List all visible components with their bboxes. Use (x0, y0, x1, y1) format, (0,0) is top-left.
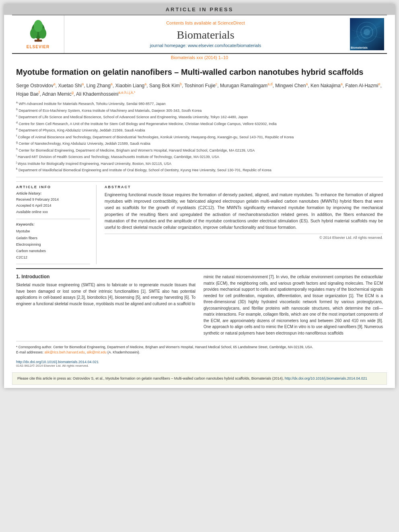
email-link-2[interactable]: alik@mit.edu (86, 350, 106, 354)
affil-c: c Department of Life Science and Medical… (16, 114, 383, 120)
aip-banner: ARTICLE IN PRESS (4, 4, 395, 15)
article-info-heading: ARTICLE INFO (16, 185, 90, 189)
doi-anchor[interactable]: http://dx.doi.org/10.1016/j.biomaterials… (16, 360, 99, 364)
citation-doi[interactable]: http://dx.doi.org/10.1016/j.biomaterials… (285, 376, 367, 380)
article-meta-row: Biomaterials xxx (2014) 1–10 (12, 54, 387, 61)
authors-text: Serge Ostrovidova, Xuetao Shia, Ling Zha… (16, 83, 382, 97)
info-abstract-section: ARTICLE INFO Article history: Received 9… (16, 181, 383, 264)
article-info-col: ARTICLE INFO Article history: Received 9… (16, 185, 97, 264)
body-col-left: 1. Introduction Skeletal muscle tissue e… (16, 274, 195, 336)
abstract-col: ABSTRACT Engineering functional muscle t… (105, 185, 383, 264)
keywords-label: Keywords: (16, 222, 90, 226)
homepage-url[interactable]: www.elsevier.com/locate/biomaterials (188, 43, 261, 48)
corresponding-author-note: * Corresponding author. Center for Biome… (16, 345, 383, 350)
doi-area: http://dx.doi.org/10.1016/j.biomaterials… (4, 358, 395, 369)
keywords-list: Myotube Gelatin fibers Electrospinning C… (16, 228, 90, 261)
affil-k: k Department of Maxillofacial Biomedical… (16, 167, 383, 173)
body-section: 1. Introduction Skeletal muscle tissue e… (4, 269, 395, 341)
keyword-gelatin: Gelatin fibers (16, 235, 90, 241)
doi-link[interactable]: http://dx.doi.org/10.1016/j.biomaterials… (16, 360, 383, 364)
publisher-logo: ELSEVIER (12, 15, 64, 53)
received-date: Received 9 February 2014 (16, 197, 90, 203)
citation-bar-text: Please cite this article in press as: Os… (17, 376, 382, 382)
article-meta-text: Biomaterials xxx (2014) 1–10 (171, 55, 228, 60)
svg-point-4 (33, 20, 42, 32)
authors: Serge Ostrovidova, Xuetao Shia, Ling Zha… (16, 81, 383, 98)
journal-info-center: Contents lists available at ScienceDirec… (64, 15, 347, 53)
footnote-area: * Corresponding author. Center for Biome… (16, 341, 383, 358)
keyword-myotube: Myotube (16, 228, 90, 234)
sciencedirect-link: Contents lists available at ScienceDirec… (72, 21, 339, 25)
copyright-notice: © 2014 Elsevier Ltd. All rights reserved… (105, 234, 383, 240)
affiliations: a WPI-Advanced Institute for Materials R… (16, 101, 383, 177)
journal-cover-image: Biomaterials (350, 18, 384, 50)
abstract-heading: ABSTRACT (105, 185, 383, 189)
sciencedirect-name[interactable]: ScienceDirect (218, 21, 245, 25)
affil-b: b Department of Eco-Machinery System, Ko… (16, 107, 383, 114)
abstract-text: Engineering functional muscle tissue req… (105, 191, 383, 231)
elsevier-logo: ELSEVIER (26, 19, 50, 49)
accepted-date: Accepted 6 April 2014 (16, 203, 90, 209)
body-col-right: mimic the natural microenvironment [7]. … (204, 274, 383, 336)
intro-heading: 1. Introduction (16, 274, 195, 279)
affil-h: h Center for Biomedical Engineering, Dep… (16, 147, 383, 154)
elsevier-label: ELSEVIER (27, 45, 49, 49)
aip-text: ARTICLE IN PRESS (166, 6, 234, 12)
citation-bar: Please cite this article in press as: Os… (12, 372, 387, 385)
article-title: Myotube formation on gelatin nanofibers … (16, 67, 383, 77)
affil-e: e Department of Physics, King Abdulaziz … (16, 127, 383, 134)
history-label: Article history: (16, 191, 90, 195)
keyword-carbon: Carbon nanotubes (16, 248, 90, 254)
page: ARTICLE IN PRESS ELSEVIER (4, 4, 395, 388)
affil-i: i Harvard-MIT Division of Health Science… (16, 154, 383, 160)
issn-text: 0142-9612/© 2014 Elsevier Ltd. All right… (16, 364, 383, 368)
affil-j: j Wyss Institute for Biologically Inspir… (16, 160, 383, 167)
elsevier-tree-icon (26, 19, 50, 43)
keyword-electrospinning: Electrospinning (16, 241, 90, 248)
svg-rect-5 (34, 40, 41, 42)
affil-f: f College of Animal Bioscience and Techn… (16, 134, 383, 140)
email-link-1[interactable]: alik@rics.bwh.harvard.edu (44, 350, 84, 354)
journal-homepage: journal homepage: www.elsevier.com/locat… (72, 43, 339, 48)
keyword-c2c12: C2C12 (16, 254, 90, 261)
journal-cover: Biomaterials (347, 15, 387, 53)
journal-title: Biomaterials (72, 29, 339, 41)
affil-d: d Centre for Stem Cell Research, A Unit … (16, 121, 383, 127)
intro-text-left: Skeletal muscle tissue engineering (SMTE… (16, 282, 195, 307)
available-online: Available online xxx (16, 210, 90, 215)
cover-art: Biomaterials (350, 18, 384, 50)
affil-a: a WPI-Advanced Institute for Materials R… (16, 101, 383, 107)
intro-text-right: mimic the natural microenvironment [7]. … (204, 274, 383, 336)
article-content: Myotube formation on gelatin nanofibers … (4, 67, 395, 264)
svg-text:Biomaterials: Biomaterials (351, 46, 368, 49)
journal-header: ELSEVIER Contents lists available at Sci… (12, 15, 387, 54)
affil-g: g Center of Nanotechnology, King Abdulaz… (16, 140, 383, 147)
email-footnote: E-mail addresses: alik@rics.bwh.harvard.… (16, 350, 383, 355)
